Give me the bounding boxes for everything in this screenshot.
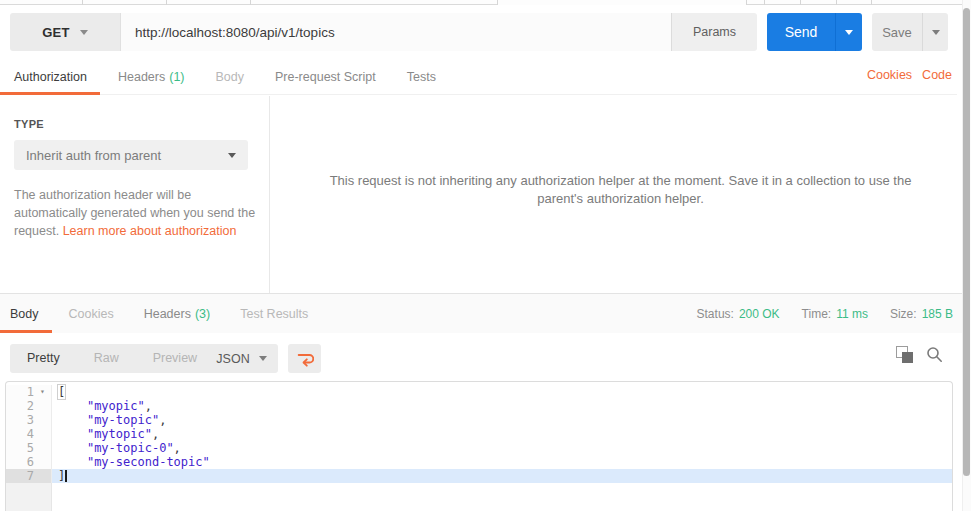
tab-separator bbox=[250, 0, 251, 5]
authorization-panel: TYPE Inherit auth from parent The author… bbox=[0, 96, 971, 293]
url-input[interactable]: http://localhost:8080/api/v1/topics bbox=[120, 13, 671, 51]
search-icon[interactable] bbox=[926, 346, 943, 363]
response-headers-count-badge: (3) bbox=[195, 307, 210, 321]
pretty-button[interactable]: Pretty bbox=[10, 344, 77, 373]
tab-pre-request-script[interactable]: Pre-request Script bbox=[275, 70, 376, 84]
send-options-button[interactable] bbox=[835, 13, 862, 51]
code-line-5[interactable]: 5 "my-topic-0", bbox=[6, 441, 952, 455]
window-tab-bar-edge bbox=[0, 0, 962, 5]
active-tab-indicator bbox=[0, 92, 100, 95]
view-mode-switch: Pretty Raw Preview bbox=[10, 344, 214, 373]
request-header-links: Cookies Code bbox=[867, 68, 952, 82]
chevron-down-icon bbox=[932, 30, 940, 35]
method-selector[interactable]: GET bbox=[10, 13, 120, 51]
tab-tests[interactable]: Tests bbox=[407, 70, 436, 84]
tab-separator bbox=[497, 0, 498, 5]
text-cursor bbox=[65, 470, 67, 482]
auth-type-pane: TYPE Inherit auth from parent The author… bbox=[0, 96, 270, 293]
method-label: GET bbox=[42, 25, 70, 40]
text-wrap-icon bbox=[296, 350, 314, 368]
tab-response-headers[interactable]: Headers(3) bbox=[144, 307, 211, 321]
code-link[interactable]: Code bbox=[922, 68, 952, 82]
tab-response-cookies[interactable]: Cookies bbox=[69, 307, 114, 321]
raw-button[interactable]: Raw bbox=[77, 344, 136, 373]
tab-separator bbox=[800, 0, 801, 5]
preview-button[interactable]: Preview bbox=[136, 344, 214, 373]
tab-separator bbox=[166, 0, 167, 5]
line-number: 3 bbox=[6, 413, 34, 427]
size-badge: Size:185 B bbox=[890, 307, 953, 321]
request-url-bar: GET http://localhost:8080/api/v1/topics … bbox=[10, 13, 757, 51]
line-number: 5 bbox=[6, 441, 34, 455]
chevron-down-icon bbox=[228, 153, 236, 158]
json-string: "mytopic" bbox=[87, 427, 152, 441]
vertical-scrollbar[interactable] bbox=[962, 0, 971, 511]
save-options-button[interactable] bbox=[922, 13, 948, 51]
code-line-2[interactable]: 2 "myopic", bbox=[6, 399, 952, 413]
tab-separator bbox=[871, 0, 872, 5]
chevron-down-icon bbox=[845, 30, 853, 35]
tab-test-results[interactable]: Test Results bbox=[240, 307, 308, 321]
line-number: 4 bbox=[6, 427, 34, 441]
close-bracket: ] bbox=[58, 469, 65, 483]
tab-separator bbox=[746, 0, 747, 5]
send-button-group: Send bbox=[767, 13, 862, 51]
copy-icon[interactable] bbox=[896, 346, 913, 363]
tab-headers[interactable]: Headers(1) bbox=[118, 70, 185, 84]
response-actions bbox=[896, 346, 943, 363]
open-bracket: [ bbox=[58, 385, 65, 399]
scrollbar-thumb[interactable] bbox=[963, 8, 970, 476]
response-tabs: Body Cookies Headers(3) Test Results Sta… bbox=[0, 293, 971, 333]
status-badge: Status:200 OK bbox=[697, 307, 780, 321]
request-tabs: Authorization Headers(1) Body Pre-reques… bbox=[0, 60, 957, 95]
tab-response-body[interactable]: Body bbox=[10, 307, 39, 321]
wrap-lines-button[interactable] bbox=[288, 344, 321, 373]
url-text: http://localhost:8080/api/v1/topics bbox=[135, 25, 335, 40]
type-label: TYPE bbox=[14, 118, 255, 130]
code-line-1[interactable]: 1▾ [ bbox=[6, 385, 952, 399]
response-meta: Status:200 OK Time:11 ms Size:185 B bbox=[697, 294, 953, 334]
save-button-group: Save bbox=[872, 13, 948, 51]
fold-arrow-icon[interactable]: ▾ bbox=[34, 385, 51, 399]
json-string: "my-topic" bbox=[87, 413, 159, 427]
code-line-3[interactable]: 3 "my-topic", bbox=[6, 413, 952, 427]
json-string: "myopic" bbox=[87, 399, 145, 413]
auth-type-value: Inherit auth from parent bbox=[26, 148, 161, 163]
line-number: 2 bbox=[6, 399, 34, 413]
auth-message-pane: This request is not inheriting any autho… bbox=[270, 96, 971, 293]
headers-count-badge: (1) bbox=[169, 70, 184, 84]
learn-more-link[interactable]: Learn more about authorization bbox=[63, 224, 237, 238]
tab-bar-border bbox=[0, 0, 497, 5]
code-line-7[interactable]: 7 ] bbox=[6, 469, 952, 483]
tab-separator bbox=[82, 0, 83, 5]
tab-body[interactable]: Body bbox=[216, 70, 245, 84]
auth-type-dropdown[interactable]: Inherit auth from parent bbox=[14, 140, 248, 170]
send-button[interactable]: Send bbox=[767, 13, 835, 51]
cookies-link[interactable]: Cookies bbox=[867, 68, 912, 82]
tab-bar-border bbox=[746, 0, 962, 5]
line-number: 7 bbox=[6, 469, 34, 483]
response-toolbar: Pretty Raw Preview JSON bbox=[0, 333, 971, 381]
response-body-editor[interactable]: 1▾ [ 2 "myopic", 3 "my-topic", 4 "mytopi… bbox=[5, 381, 953, 511]
auth-help-text: The authorization header will be automat… bbox=[14, 186, 258, 240]
json-string: "my-topic-0" bbox=[87, 441, 174, 455]
line-number: 6 bbox=[6, 455, 34, 469]
line-number: 1 bbox=[6, 385, 34, 399]
json-string: "my-second-topic" bbox=[87, 455, 210, 469]
tab-separator bbox=[836, 0, 837, 5]
tab-authorization[interactable]: Authorization bbox=[14, 70, 87, 84]
chevron-down-icon bbox=[259, 356, 267, 361]
chevron-down-icon bbox=[80, 30, 88, 35]
inherit-auth-message: This request is not inheriting any autho… bbox=[315, 172, 926, 208]
response-format-dropdown[interactable]: JSON bbox=[205, 344, 278, 373]
tab-separator bbox=[764, 0, 765, 5]
code-line-4[interactable]: 4 "mytopic", bbox=[6, 427, 952, 441]
code-lines: 1▾ [ 2 "myopic", 3 "my-topic", 4 "mytopi… bbox=[6, 382, 952, 483]
time-badge: Time:11 ms bbox=[802, 307, 868, 321]
code-line-6[interactable]: 6 "my-second-topic" bbox=[6, 455, 952, 469]
editor-gutter bbox=[6, 483, 52, 511]
save-button[interactable]: Save bbox=[872, 13, 922, 51]
params-button[interactable]: Params bbox=[671, 13, 757, 51]
